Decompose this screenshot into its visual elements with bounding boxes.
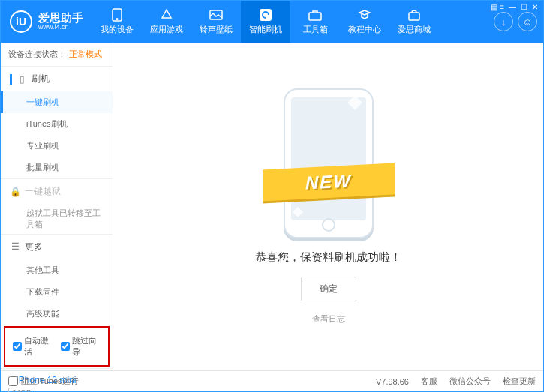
minimize-icon[interactable]: — — [509, 3, 516, 11]
nav-ringtone[interactable]: 铃声壁纸 — [191, 1, 241, 43]
wechat-link[interactable]: 微信公众号 — [449, 376, 491, 387]
footer: 阻止iTunes运行 V7.98.66 客服 微信公众号 检查更新 — [1, 370, 543, 391]
sidebar-item-itunes[interactable]: iTunes刷机 — [1, 113, 113, 135]
apps-icon — [159, 8, 174, 22]
nav-flash[interactable]: 智能刷机 — [241, 1, 290, 43]
nav-tutorial[interactable]: 教程中心 — [340, 1, 389, 43]
sidebar-item-pro[interactable]: 专业刷机 — [1, 135, 113, 157]
svg-rect-5 — [409, 13, 419, 20]
section-more: ☰ 更多 其他工具 下载固件 高级功能 — [1, 234, 113, 325]
sidebar-item-advanced[interactable]: 高级功能 — [1, 303, 113, 325]
highlight-checkboxes: 自动激活 跳过向导 — [4, 326, 110, 367]
title-tools: ↓ ☺ — [494, 12, 543, 31]
app-window: ▤ ≡ — ☐ ✕ iU 爱思助手 www.i4.cn 我的设备 应用游戏 铃声… — [0, 0, 544, 392]
service-link[interactable]: 客服 — [421, 376, 437, 387]
close-icon[interactable]: ✕ — [532, 3, 538, 11]
section-flash-head[interactable]: ▯ 刷机 — [1, 67, 113, 91]
tutorial-icon — [357, 8, 372, 22]
svg-point-1 — [116, 19, 118, 20]
section-more-head[interactable]: ☰ 更多 — [1, 235, 113, 259]
toolbox-icon — [308, 8, 323, 22]
chk-auto-activate[interactable]: 自动激活 — [13, 335, 53, 358]
svg-rect-3 — [260, 9, 272, 21]
main-panel: NEW 恭喜您，保资料刷机成功啦！ 确定 查看日志 — [113, 43, 543, 370]
window-controls: ▤ ≡ — ☐ ✕ — [491, 3, 538, 11]
version-label: V7.98.66 — [376, 377, 409, 386]
section-flash: ▯ 刷机 一键刷机 iTunes刷机 专业刷机 批量刷机 — [1, 66, 113, 178]
app-url: www.i4.cn — [38, 24, 83, 31]
chk-block-itunes[interactable]: 阻止iTunes运行 — [8, 376, 79, 387]
nav-apps[interactable]: 应用游戏 — [142, 1, 191, 43]
sidebar-item-other[interactable]: 其他工具 — [1, 259, 113, 281]
new-ribbon: NEW — [263, 163, 395, 201]
shop-icon — [407, 8, 422, 22]
app-name: 爱思助手 — [38, 12, 83, 25]
section-jailbreak-head[interactable]: 🔒 一键越狱 — [1, 179, 113, 204]
sidebar-item-oneclick[interactable]: 一键刷机 — [1, 91, 113, 113]
nav-toolbox[interactable]: 工具箱 — [290, 1, 340, 43]
more-icon: ☰ — [10, 241, 20, 252]
nav-shop[interactable]: 爱思商城 — [389, 1, 439, 43]
nav-my-device[interactable]: 我的设备 — [92, 1, 142, 43]
menu-icon[interactable]: ▤ ≡ — [491, 3, 504, 11]
update-link[interactable]: 检查更新 — [503, 376, 536, 387]
top-nav: 我的设备 应用游戏 铃声壁纸 智能刷机 工具箱 教程中心 — [92, 1, 494, 43]
wallpaper-icon — [209, 8, 224, 22]
phone-icon: ▯ — [17, 74, 27, 85]
lock-icon: 🔒 — [10, 187, 20, 197]
maximize-icon[interactable]: ☐ — [521, 3, 527, 11]
chk-skip-guide[interactable]: 跳过向导 — [61, 335, 101, 358]
jailbreak-note: 越狱工具已转移至工具箱 — [1, 204, 113, 234]
titlebar: iU 爱思助手 www.i4.cn 我的设备 应用游戏 铃声壁纸 智能刷机 — [1, 1, 543, 43]
svg-rect-4 — [309, 13, 321, 20]
success-message: 恭喜您，保资料刷机成功啦！ — [255, 250, 401, 265]
section-jailbreak: 🔒 一键越狱 越狱工具已转移至工具箱 — [1, 178, 113, 234]
sidebar-item-firmware[interactable]: 下载固件 — [1, 281, 113, 303]
body: 设备连接状态： 正常模式 ▯ 刷机 一键刷机 iTunes刷机 专业刷机 批量刷… — [1, 43, 543, 370]
success-illustration: NEW — [284, 88, 374, 238]
phone-icon — [110, 8, 125, 22]
download-button[interactable]: ↓ — [494, 12, 513, 31]
logo-icon: iU — [10, 10, 32, 33]
sidebar: 设备连接状态： 正常模式 ▯ 刷机 一键刷机 iTunes刷机 专业刷机 批量刷… — [1, 43, 113, 370]
ok-button[interactable]: 确定 — [301, 277, 356, 301]
user-button[interactable]: ☺ — [518, 12, 537, 31]
connection-status: 设备连接状态： 正常模式 — [1, 43, 113, 66]
view-log-link[interactable]: 查看日志 — [312, 313, 345, 325]
logo: iU 爱思助手 www.i4.cn — [1, 10, 92, 33]
refresh-icon — [258, 8, 273, 22]
sidebar-item-batch[interactable]: 批量刷机 — [1, 157, 113, 178]
